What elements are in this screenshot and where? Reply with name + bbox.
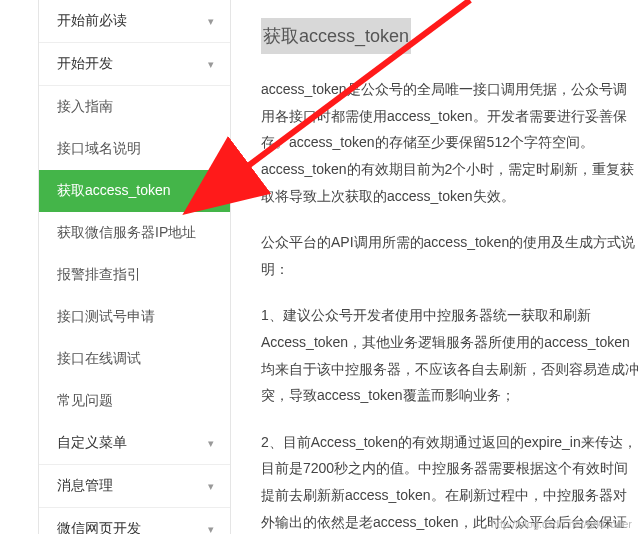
content-panel: 获取access_token access_token是公众号的全局唯一接口调用… [231,0,640,534]
sidebar-group-custom-menu[interactable]: 自定义菜单 ▾ [39,422,230,465]
sidebar-item-online-debug[interactable]: 接口在线调试 [39,338,230,380]
sidebar-item-label: 接口在线调试 [57,350,141,368]
chevron-down-icon: ▾ [208,523,214,535]
chevron-down-icon: ▾ [208,437,214,450]
sidebar-item-label: 微信网页开发 [57,520,141,534]
chevron-down-icon: ▾ [208,58,214,71]
sidebar-item-label: 自定义菜单 [57,434,127,452]
usage-intro: 公众平台的API调用所需的access_token的使用及生成方式说明： [261,229,640,282]
sidebar-item-label: 报警排查指引 [57,266,141,284]
sidebar-item-label: 常见问题 [57,392,113,410]
sidebar-item-label: 接入指南 [57,98,113,116]
sidebar-group-intro[interactable]: 开始前必读 ▾ [39,0,230,43]
sidebar-item-label: 消息管理 [57,477,113,495]
sidebar-item-test-account[interactable]: 接口测试号申请 [39,296,230,338]
watermark: http://blog.csdn.net/hrkCoder [491,518,632,530]
chevron-down-icon: ▾ [208,15,214,28]
sidebar-item-server-ip[interactable]: 获取微信服务器IP地址 [39,212,230,254]
sidebar-item-access-guide[interactable]: 接入指南 [39,86,230,128]
sidebar-item-label: 获取access_token [57,182,171,200]
sidebar-item-label: 接口测试号申请 [57,308,155,326]
sidebar-group-web-dev[interactable]: 微信网页开发 ▾ [39,508,230,534]
chevron-down-icon: ▾ [208,480,214,493]
sidebar-item-domain[interactable]: 接口域名说明 [39,128,230,170]
usage-point-1: 1、建议公众号开发者使用中控服务器统一获取和刷新Access_token，其他业… [261,302,640,408]
page-title: 获取access_token [261,18,411,54]
sidebar-group-start-dev[interactable]: 开始开发 ▾ [39,43,230,86]
sidebar: 开始前必读 ▾ 开始开发 ▾ 接入指南 接口域名说明 获取access_toke… [39,0,231,534]
sidebar-item-label: 接口域名说明 [57,140,141,158]
sidebar-item-access-token[interactable]: 获取access_token [39,170,230,212]
sidebar-item-label: 获取微信服务器IP地址 [57,224,196,242]
sidebar-item-label: 开始前必读 [57,12,127,30]
sidebar-item-alarm[interactable]: 报警排查指引 [39,254,230,296]
sidebar-item-label: 开始开发 [57,55,113,73]
intro-paragraph: access_token是公众号的全局唯一接口调用凭据，公众号调用各接口时都需使… [261,76,640,209]
sidebar-item-faq[interactable]: 常见问题 [39,380,230,422]
sidebar-group-message[interactable]: 消息管理 ▾ [39,465,230,508]
